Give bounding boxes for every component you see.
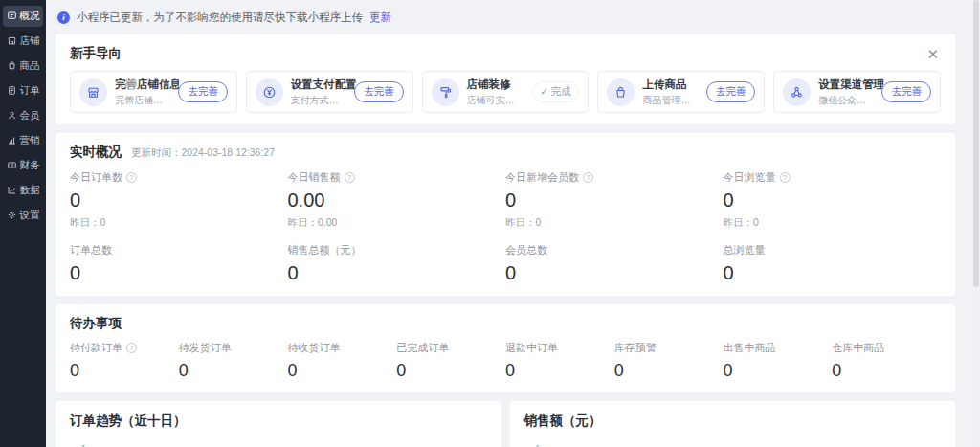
todo-section: 待办事项 待付款订单? 0 待发货订单? 0 待收货订单? 0 已完成订单? 0… (56, 304, 955, 392)
guide-card-icon (432, 78, 459, 106)
chart-title: 订单趋势（近十日） (70, 413, 187, 428)
sidebar-item-icon (7, 60, 17, 73)
sidebar-item-label: 数据 (20, 184, 40, 197)
stat-value: 0 (505, 190, 724, 212)
notification-bar: i 小程序已更新，为了不影响您的使用请尽快下载小程序上传 更新 (57, 8, 955, 27)
stat-label: 今日浏览量 (724, 170, 776, 185)
scrollbar[interactable] (972, 0, 980, 447)
stat-total-value: 0 (505, 262, 724, 284)
sidebar-item-icon (7, 160, 17, 172)
go-complete-button[interactable]: 去完善 (178, 81, 228, 102)
close-icon[interactable]: ✕ (924, 47, 941, 61)
updated-time: 更新时间：2024-03-18 12:36:27 (131, 146, 275, 160)
chart-card: 销售额（元） 10.80.60.4 (510, 401, 956, 447)
sidebar-item[interactable]: 概况 (3, 6, 43, 27)
y-tick-label: 1 (524, 442, 547, 447)
guide-card-title: 店铺装修 (467, 78, 524, 92)
guide-card: 店铺装修 店铺可实现自定义模板装修 ✓完成 (422, 71, 590, 113)
sidebar-item-label: 商品 (20, 59, 40, 73)
guide-cards: 完善店铺信息 完善店铺基础信息等 去完善 ✓ 设置支付配置 支付方式配置(支付宝… (70, 71, 941, 113)
todo-value: 0 (396, 361, 505, 381)
guide-card-title: 设置渠道管理 (818, 78, 874, 92)
help-icon[interactable]: ? (583, 172, 593, 183)
guide-card: 上传商品 商品管理中添加商品上传 去完善 ✓ (597, 71, 765, 113)
todo-item: 库存预警? 0 (614, 341, 724, 381)
guide-card-title: 上传商品 (642, 78, 698, 92)
todo-value: 0 (724, 361, 833, 381)
sidebar-item[interactable]: 商品 (3, 56, 43, 77)
todo-title: 待办事项 (70, 316, 122, 330)
todo-item: 退款中订单? 0 (505, 341, 614, 381)
sidebar-item[interactable]: 会员 (3, 105, 43, 126)
stat-yesterday: 昨日：0.00 (288, 216, 506, 230)
help-icon[interactable]: ? (126, 172, 137, 183)
guide-card-subtitle: 完善店铺基础信息等 (115, 94, 170, 107)
sidebar-item[interactable]: 营销 (3, 130, 43, 151)
sidebar-item[interactable]: 订单 (3, 80, 43, 101)
charts-row: 订单趋势（近十日） 10.80.60.4 销售额（元） 10.80.60.4 (56, 401, 955, 447)
todo-item: 仓库中商品? 0 (832, 341, 941, 381)
chart-card: 订单趋势（近十日） 10.80.60.4 (56, 401, 501, 447)
sidebar-item-icon (7, 110, 17, 123)
chart-title: 销售额（元） (524, 413, 602, 428)
guide-card-subtitle: 店铺可实现自定义模板装修 (467, 94, 524, 107)
main-content: i 小程序已更新，为了不影响您的使用请尽快下载小程序上传 更新 新手导向 ✕ 完… (46, 0, 972, 447)
todo-label: 待发货订单 (179, 341, 232, 355)
realtime-stats: 今日订单数? 0 昨日：0 订单总数 0 今日销售额? 0.00 昨日：0.00… (70, 170, 941, 284)
todo-value: 0 (832, 361, 941, 381)
todo-item: 待收货订单? 0 (288, 341, 397, 381)
todo-value: 0 (179, 361, 288, 381)
sidebar-item-label: 订单 (20, 84, 40, 98)
sidebar-item-icon (7, 35, 17, 48)
help-icon[interactable]: ? (126, 343, 137, 353)
sidebar-item-label: 设置 (20, 209, 40, 222)
sidebar-item-icon (7, 135, 17, 147)
stat-total-value: 0 (70, 262, 288, 284)
stat-total-label: 会员总数 (505, 243, 724, 257)
guide-card-subtitle: 微信公众号/微信小程序 (818, 94, 874, 107)
help-icon[interactable]: ? (780, 172, 791, 183)
notification-text: 小程序已更新，为了不影响您的使用请尽快下载小程序上传 (77, 11, 363, 25)
todo-label: 库存预警 (614, 341, 657, 355)
stat-label: 今日销售额 (288, 170, 341, 185)
y-tick-label: 1 (70, 442, 93, 447)
todo-items: 待付款订单? 0 待发货订单? 0 待收货订单? 0 已完成订单? 0 退款中订… (70, 341, 941, 381)
update-link[interactable]: 更新 (369, 11, 391, 25)
todo-value: 0 (70, 361, 179, 381)
guide-card-subtitle: 支付方式配置(支付宝/微信) (291, 94, 346, 107)
todo-item: 出售中商品? 0 (724, 341, 833, 381)
sidebar-item[interactable]: 店铺 (3, 31, 43, 52)
stat-yesterday: 昨日：0 (505, 216, 724, 230)
sidebar-item[interactable]: 财务 (3, 155, 43, 176)
sidebar-item[interactable]: 数据 (3, 180, 43, 201)
sidebar-item[interactable]: 设置 (3, 205, 43, 226)
sidebar-item-label: 概况 (20, 10, 40, 23)
realtime-title: 实时概况 (70, 144, 122, 161)
scrollbar-thumb[interactable] (973, 0, 979, 287)
todo-label: 待收货订单 (288, 341, 341, 355)
go-complete-button[interactable]: 去完善 (354, 81, 404, 102)
help-icon[interactable]: ? (345, 172, 355, 183)
todo-value: 0 (288, 361, 397, 381)
go-complete-button[interactable]: 去完善 (881, 81, 931, 102)
sidebar-item-label: 会员 (20, 109, 40, 123)
stat-total-value: 0 (724, 262, 942, 284)
go-complete-button[interactable]: 去完善 (706, 81, 756, 102)
sidebar-item-label: 营销 (20, 134, 40, 147)
sidebar-item-icon (7, 85, 17, 98)
todo-label: 已完成订单 (396, 341, 449, 355)
guide-card: 设置渠道管理 微信公众号/微信小程序 去完善 ✓ (773, 71, 941, 113)
stat-column: 今日浏览量? 0 昨日：0 总浏览量 0 (724, 170, 942, 284)
stat-label: 今日新增会员数 (505, 170, 579, 185)
done-badge: ✓完成 (532, 81, 580, 102)
newbie-guide-section: 新手导向 ✕ 完善店铺信息 完善店铺基础信息等 去完善 ✓ 设置支付配置 支付方 (56, 34, 955, 124)
stat-value: 0 (70, 190, 288, 212)
todo-value: 0 (614, 361, 724, 381)
info-icon: i (57, 11, 70, 24)
guide-card: 完善店铺信息 完善店铺基础信息等 去完善 ✓ (70, 71, 237, 113)
guide-card-subtitle: 商品管理中添加商品上传 (642, 94, 698, 107)
guide-card: 设置支付配置 支付方式配置(支付宝/微信) 去完善 ✓ (246, 71, 413, 113)
stat-yesterday: 昨日：0 (70, 216, 288, 230)
todo-label: 仓库中商品 (832, 341, 884, 355)
todo-item: 待发货订单? 0 (179, 341, 288, 381)
